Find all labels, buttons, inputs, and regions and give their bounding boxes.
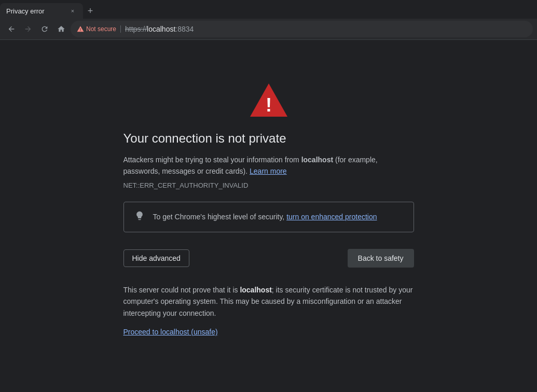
not-secure-label: Not secure bbox=[86, 25, 116, 33]
url-host: localhost bbox=[147, 25, 175, 33]
url-prefix: https:// bbox=[125, 25, 147, 33]
tab-close-button[interactable]: × bbox=[68, 7, 77, 15]
warning-icon: ! bbox=[248, 81, 290, 119]
forward-button[interactable] bbox=[21, 22, 35, 36]
page-content: ! Your connection is not private Attacke… bbox=[0, 40, 537, 392]
enhanced-protection-link[interactable]: turn on enhanced protection bbox=[286, 213, 377, 221]
url-port: :8834 bbox=[175, 25, 194, 33]
security-suggestion-box: To get Chrome's highest level of securit… bbox=[123, 202, 414, 232]
learn-more-link[interactable]: Learn more bbox=[250, 167, 287, 175]
server-description: This server could not prove that it is l… bbox=[123, 284, 414, 319]
security-text: To get Chrome's highest level of securit… bbox=[153, 213, 377, 221]
description-host: localhost bbox=[301, 156, 333, 164]
nav-bar: Not secure https://localhost:8834 bbox=[0, 19, 537, 39]
button-row: Hide advanced Back to safety bbox=[123, 249, 414, 268]
lightbulb-icon bbox=[134, 211, 145, 223]
browser-chrome: Privacy error × + bbox=[0, 0, 537, 40]
svg-text:!: ! bbox=[266, 94, 272, 116]
back-to-safety-button[interactable]: Back to safety bbox=[348, 249, 414, 268]
error-container: ! Your connection is not private Attacke… bbox=[113, 81, 424, 392]
security-text-prefix: To get Chrome's highest level of securit… bbox=[153, 213, 287, 221]
hide-advanced-button[interactable]: Hide advanced bbox=[123, 249, 189, 267]
error-code: NET::ERR_CERT_AUTHORITY_INVALID bbox=[123, 181, 414, 189]
error-description: Attackers might be trying to steal your … bbox=[123, 154, 414, 177]
address-divider bbox=[120, 25, 121, 33]
active-tab[interactable]: Privacy error × bbox=[0, 3, 83, 19]
tab-bar: Privacy error × + bbox=[0, 0, 537, 19]
server-desc-prefix: This server could not prove that it is bbox=[123, 286, 240, 294]
address-bar[interactable]: Not secure https://localhost:8834 bbox=[71, 21, 533, 37]
address-url: https://localhost:8834 bbox=[125, 25, 194, 33]
server-host: localhost bbox=[240, 286, 271, 294]
back-button[interactable] bbox=[4, 22, 19, 36]
proceed-link[interactable]: Proceed to localhost (unsafe) bbox=[123, 328, 218, 336]
error-title: Your connection is not private bbox=[123, 131, 414, 146]
home-button[interactable] bbox=[54, 22, 68, 36]
not-secure-badge: Not secure bbox=[77, 25, 116, 33]
warning-icon-container: ! bbox=[123, 81, 414, 119]
reload-button[interactable] bbox=[37, 22, 52, 36]
tab-title: Privacy error bbox=[6, 7, 45, 15]
description-prefix: Attackers might be trying to steal your … bbox=[123, 156, 301, 164]
new-tab-button[interactable]: + bbox=[83, 4, 98, 18]
